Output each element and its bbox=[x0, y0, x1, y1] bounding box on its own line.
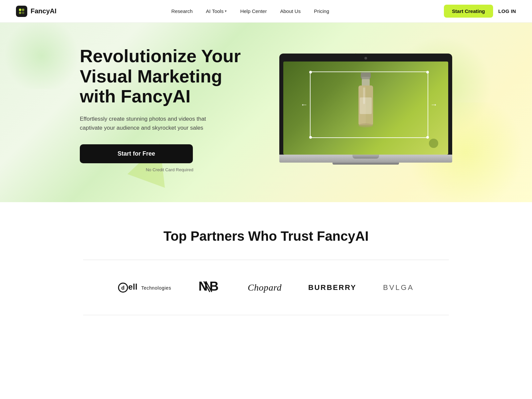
laptop-stand bbox=[352, 155, 379, 159]
corner-br bbox=[426, 136, 429, 139]
hero-content: Revolutionize Your Visual Marketing with… bbox=[80, 46, 259, 172]
hero-section: Revolutionize Your Visual Marketing with… bbox=[0, 23, 532, 202]
partners-divider-top bbox=[83, 260, 449, 260]
navbar: FancyAI Research AI Tools ▾ Help Center … bbox=[0, 0, 532, 23]
dell-technologies: Technologies bbox=[141, 285, 171, 291]
logo-icon bbox=[16, 6, 27, 17]
partners-title: Top Partners Who Trust FancyAI bbox=[0, 229, 532, 244]
burberry-text: BURBERRY bbox=[308, 283, 356, 292]
svg-rect-0 bbox=[19, 9, 21, 11]
nav-links: Research AI Tools ▾ Help Center About Us… bbox=[171, 8, 329, 14]
start-creating-button[interactable]: Start Creating bbox=[444, 5, 493, 18]
laptop-screen: ← → bbox=[283, 62, 448, 155]
brand-logo[interactable]: FancyAI bbox=[16, 6, 57, 17]
login-button[interactable]: LOG IN bbox=[498, 8, 516, 14]
hero-inner: Revolutionize Your Visual Marketing with… bbox=[53, 46, 479, 172]
partners-section: Top Partners Who Trust FancyAI dell Tech… bbox=[0, 202, 532, 342]
dell-text: ell bbox=[128, 282, 138, 291]
bvlga-text: BVLGA bbox=[383, 283, 414, 292]
selection-box: ← → bbox=[310, 71, 428, 138]
partner-chopard: Chopard bbox=[248, 282, 282, 293]
laptop-mockup: ← → bbox=[279, 54, 452, 165]
svg-rect-3 bbox=[22, 12, 24, 14]
corner-tl bbox=[309, 71, 312, 73]
partner-burberry: BURBERRY bbox=[308, 283, 356, 292]
svg-rect-2 bbox=[19, 12, 21, 14]
chopard-text: Chopard bbox=[248, 282, 282, 293]
product-image-bg: ← → bbox=[283, 62, 448, 155]
hero-title: Revolutionize Your Visual Marketing with… bbox=[80, 46, 259, 106]
nav-ai-tools[interactable]: AI Tools ▾ bbox=[206, 8, 227, 14]
arrow-right-icon: → bbox=[430, 100, 438, 109]
dell-circle-icon: d bbox=[118, 283, 128, 293]
arrow-left-icon: ← bbox=[301, 100, 308, 109]
no-credit-note: No Credit Card Required bbox=[80, 167, 259, 172]
svg-rect-1 bbox=[22, 9, 24, 11]
hero-cta-group: Start for Free No Credit Card Required bbox=[80, 144, 259, 172]
nb-logo-svg: N B bbox=[198, 279, 221, 293]
partners-logos: dell Technologies N B Chopard BURBERRY bbox=[83, 279, 449, 296]
partner-bvlga: BVLGA bbox=[383, 283, 414, 292]
corner-bl bbox=[309, 136, 312, 139]
start-free-button[interactable]: Start for Free bbox=[80, 144, 193, 163]
partners-divider-bottom bbox=[83, 315, 449, 315]
nav-research[interactable]: Research bbox=[171, 8, 193, 14]
hero-subtitle: Effortlessly create stunning photos and … bbox=[80, 114, 219, 132]
partner-nb: N B bbox=[198, 279, 221, 296]
chevron-down-icon: ▾ bbox=[225, 9, 227, 13]
laptop-foot bbox=[332, 163, 399, 165]
nav-help-center[interactable]: Help Center bbox=[240, 8, 267, 14]
hero-visual: ← → bbox=[279, 54, 452, 165]
nav-pricing[interactable]: Pricing bbox=[314, 8, 329, 14]
partner-dell: dell Technologies bbox=[118, 282, 171, 293]
laptop-screen-wrap: ← → bbox=[279, 54, 452, 155]
laptop-camera bbox=[364, 57, 367, 60]
laptop-base bbox=[279, 155, 452, 163]
corner-tr bbox=[426, 71, 429, 73]
nav-about-us[interactable]: About Us bbox=[280, 8, 301, 14]
navbar-actions: Start Creating LOG IN bbox=[444, 5, 516, 18]
brand-name: FancyAI bbox=[31, 7, 57, 15]
